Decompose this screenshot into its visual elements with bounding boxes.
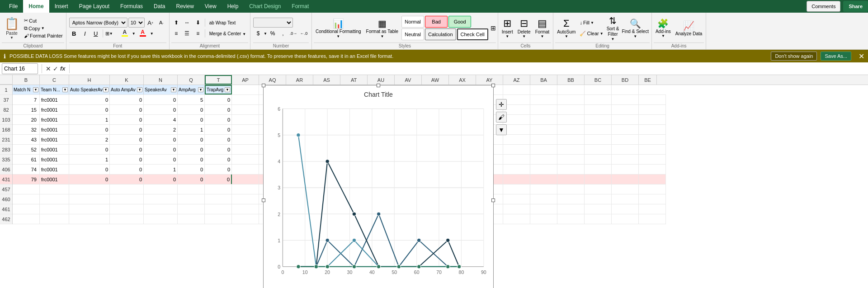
col-header-BC[interactable]: BC xyxy=(585,75,612,85)
cell-431[interactable]: frc0001 xyxy=(40,175,69,184)
border-button[interactable]: ⊞▼ xyxy=(105,28,118,38)
tab-format[interactable]: Format xyxy=(286,0,314,13)
chart-styles-button[interactable]: 🖌 xyxy=(496,112,507,123)
row-number-283[interactable]: 283 xyxy=(0,145,12,155)
font-size-select[interactable]: 10 xyxy=(128,18,145,28)
cell-431[interactable]: 0 xyxy=(144,175,178,184)
tab-insert[interactable]: Insert xyxy=(49,0,74,13)
col-header-AT[interactable]: AT xyxy=(340,75,368,85)
col-header-AY[interactable]: AY xyxy=(476,75,503,85)
underline-button[interactable]: U xyxy=(91,28,101,38)
cell-103[interactable]: 0 xyxy=(110,115,144,124)
cell-B1[interactable]: Match N▼ xyxy=(13,85,40,94)
col-header-BE[interactable]: BE xyxy=(639,75,657,85)
cell-37[interactable]: 0 xyxy=(110,95,144,104)
chart-handle-mr[interactable] xyxy=(491,198,495,202)
clear-button[interactable]: 🧹 Clear ▼ xyxy=(578,28,604,38)
decrease-decimal-button[interactable]: ←.0 xyxy=(299,28,309,38)
cell-335[interactable]: frc0001 xyxy=(40,155,69,164)
paste-button[interactable]: 📋 Paste ▼ xyxy=(2,16,22,40)
cell-37[interactable]: 5 xyxy=(178,95,205,104)
row-number-406[interactable]: 406 xyxy=(0,165,12,175)
cell-335[interactable]: 0 xyxy=(178,155,205,164)
cell-168[interactable]: 32 xyxy=(13,125,40,134)
cell-K1[interactable]: Auto AmpAv▼ xyxy=(110,85,144,94)
analyze-data-button[interactable]: 📈 Analyze Data xyxy=(674,16,704,40)
add-ins-button[interactable]: 🧩 Add-ins ▼ xyxy=(654,16,673,40)
col-header-H[interactable]: H xyxy=(69,75,110,85)
tab-data[interactable]: Data xyxy=(148,0,170,13)
cell-335[interactable]: 1 xyxy=(69,155,110,164)
fill-dropdown[interactable]: ▼ xyxy=(132,32,136,36)
comments-button[interactable]: Comments xyxy=(807,1,840,12)
col-header-BA[interactable]: BA xyxy=(530,75,557,85)
align-right-button[interactable]: ≡ xyxy=(193,28,203,38)
cell-231[interactable]: 2 xyxy=(69,135,110,144)
cell-Q1[interactable]: AmpAvg▼ xyxy=(178,85,205,94)
row-number-431[interactable]: 431 xyxy=(0,175,12,184)
cell-103[interactable]: 4 xyxy=(144,115,178,124)
cell-406[interactable]: 0 xyxy=(205,165,232,174)
currency-button[interactable]: $ xyxy=(253,28,263,38)
cell-103[interactable]: 0 xyxy=(205,115,232,124)
share-button[interactable]: Share xyxy=(843,1,868,12)
sort-filter-button[interactable]: ⇅ Sort &Filter ▼ xyxy=(606,16,620,40)
cell-103[interactable]: 20 xyxy=(13,115,40,124)
row-number-103[interactable]: 103 xyxy=(0,115,12,125)
copy-button[interactable]: ⧉ Copy ▼ xyxy=(23,25,64,32)
cell-103[interactable]: 1 xyxy=(69,115,110,124)
cell-406[interactable]: 74 xyxy=(13,165,40,174)
cell-231[interactable]: 0 xyxy=(144,135,178,144)
cell-168[interactable]: 0 xyxy=(205,125,232,134)
style-bad[interactable]: Bad xyxy=(425,16,448,28)
delete-button[interactable]: ⊟ Delete ▼ xyxy=(516,16,533,40)
tab-page-layout[interactable]: Page Layout xyxy=(74,0,115,13)
cell-N1[interactable]: SpeakerAv▼ xyxy=(144,85,178,94)
cut-button[interactable]: ✂ Cut xyxy=(23,17,64,24)
cell-168[interactable]: frc0001 xyxy=(40,125,69,134)
chart-handle-tm[interactable] xyxy=(377,84,380,87)
tab-help[interactable]: Help xyxy=(222,0,244,13)
currency-dropdown[interactable]: ▼ xyxy=(264,32,267,36)
cell-231[interactable]: 0 xyxy=(110,135,144,144)
cell-37[interactable]: 0 xyxy=(205,95,232,104)
number-format-select[interactable]: General xyxy=(253,18,293,28)
cell-82[interactable]: 0 xyxy=(69,105,110,114)
cell-T1[interactable]: TrapAvg▼ xyxy=(205,85,232,94)
cell-168[interactable]: 2 xyxy=(144,125,178,134)
format-button[interactable]: ▤ Format ▼ xyxy=(533,16,552,40)
row-number-461[interactable]: 461 xyxy=(0,204,12,214)
tab-home[interactable]: Home xyxy=(23,0,49,13)
cell-103[interactable]: 0 xyxy=(178,115,205,124)
cell-283[interactable]: 52 xyxy=(13,145,40,154)
chart-filters-button[interactable]: ▼ xyxy=(496,124,507,135)
chart-container[interactable]: ✛ 🖌 ▼ Chart Title 0123456010203040506070… xyxy=(263,85,494,288)
cell-406[interactable]: 0 xyxy=(69,165,110,174)
cell-283[interactable]: 0 xyxy=(205,145,232,154)
cell-335[interactable]: 0 xyxy=(144,155,178,164)
format-painter-button[interactable]: 🖌 Format Painter xyxy=(23,33,64,39)
cell-H1[interactable]: Auto SpeakerAv▼ xyxy=(69,85,110,94)
cell-283[interactable]: 0 xyxy=(110,145,144,154)
row-number-460[interactable]: 460 xyxy=(0,194,12,204)
cell-431[interactable]: 0 xyxy=(205,175,232,184)
col-header-AP[interactable]: AP xyxy=(232,75,259,85)
cell-431[interactable]: 0 xyxy=(69,175,110,184)
style-check-cell[interactable]: Check Cell xyxy=(457,28,488,40)
cell-231[interactable]: frc0001 xyxy=(40,135,69,144)
col-header-AW[interactable]: AW xyxy=(422,75,449,85)
row-number-462[interactable]: 462 xyxy=(0,214,12,224)
tab-review[interactable]: Review xyxy=(170,0,199,13)
cell-406[interactable]: 0 xyxy=(110,165,144,174)
align-center-button[interactable]: ☰ xyxy=(182,28,192,38)
cell-231[interactable]: 0 xyxy=(205,135,232,144)
cell-37[interactable]: 0 xyxy=(69,95,110,104)
increase-font-button[interactable]: A+ xyxy=(146,18,156,28)
confirm-formula-icon[interactable]: ✓ xyxy=(53,65,58,72)
find-select-button[interactable]: 🔍 Find & Select ▼ xyxy=(621,16,649,40)
cell-335[interactable]: 61 xyxy=(13,155,40,164)
insert-button[interactable]: ⊞ Insert ▼ xyxy=(500,16,515,40)
cell-82[interactable]: 0 xyxy=(178,105,205,114)
name-box[interactable] xyxy=(2,63,38,74)
conditional-formatting-button[interactable]: 📊 Conditional Formatting ▼ xyxy=(314,16,363,40)
